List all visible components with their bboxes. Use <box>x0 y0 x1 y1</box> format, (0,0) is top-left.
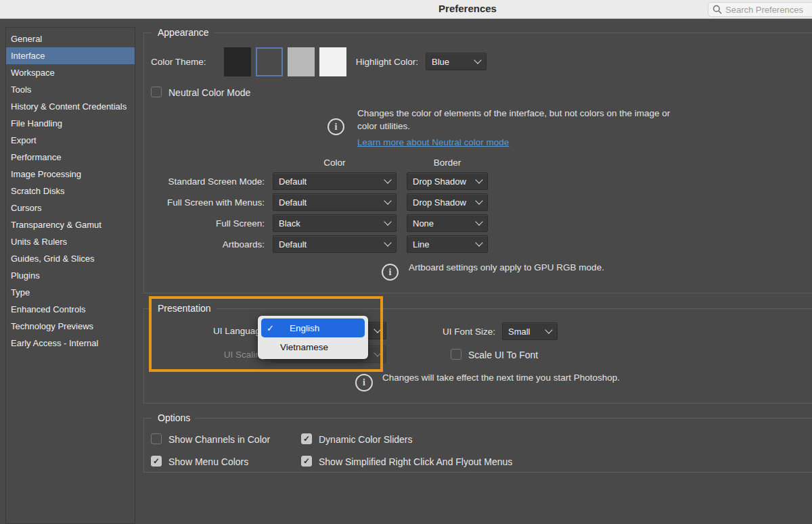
chevron-down-icon <box>384 239 391 246</box>
page-title: Preferences <box>380 3 556 14</box>
chevron-down-icon <box>475 197 482 204</box>
sidebar-item-interface[interactable]: Interface <box>6 47 135 64</box>
options-legend: Options <box>152 412 196 423</box>
artboards-color-select[interactable]: Default <box>273 235 397 253</box>
chevron-down-icon <box>384 176 391 183</box>
scale-ui-to-font-checkbox[interactable]: ✓ <box>451 349 461 360</box>
select-value: Default <box>279 176 307 187</box>
sidebar-item-plugins[interactable]: Plugins <box>6 267 135 284</box>
standard-screen-mode-border-select[interactable]: Drop Shadow <box>407 172 488 190</box>
sidebar-item-general[interactable]: General <box>6 30 135 47</box>
search-icon <box>713 5 722 14</box>
sidebar-item-guides-grid-slices[interactable]: Guides, Grid & Slices <box>6 250 135 267</box>
highlight-color-select[interactable]: Blue <box>426 53 487 70</box>
chevron-down-icon <box>474 56 481 64</box>
titlebar: Preferences Search Preferences <box>0 0 812 19</box>
sidebar-item-cursors[interactable]: Cursors <box>6 199 135 216</box>
menu-item-label: Vietnamese <box>280 342 328 352</box>
sidebar-item-type[interactable]: Type <box>6 284 135 301</box>
presentation-legend: Presentation <box>152 303 217 314</box>
theme-swatch-light[interactable] <box>288 47 315 76</box>
interface-color-info: Changes the color of elements of the int… <box>357 107 687 133</box>
show-simplified-right-click-checkbox[interactable]: ✓ <box>301 456 312 467</box>
full-screen-with-menus-label: Full Screen with Menus: <box>144 197 265 208</box>
show-channels-in-color-label: Show Channels in Color <box>168 434 270 445</box>
neutral-color-mode-checkbox[interactable]: ✓ <box>151 87 162 97</box>
neutral-color-mode-link[interactable]: Learn more about Neutral color mode <box>357 137 509 147</box>
full-screen-border-select[interactable]: None <box>407 214 488 232</box>
chevron-down-icon <box>475 176 482 183</box>
sidebar-item-file-handling[interactable]: File Handling <box>6 115 135 132</box>
menu-item-vietnamese[interactable]: Vietnamese <box>258 337 368 356</box>
dynamic-color-sliders-label: Dynamic Color Sliders <box>319 434 412 445</box>
options-section: Options ✓ Show Channels in Color ✓ Dynam… <box>143 418 812 473</box>
ui-language-popup-menu: ✓ English Vietnamese <box>258 316 368 359</box>
highlight-color-label: Highlight Color: <box>344 57 418 67</box>
info-icon: i <box>382 264 399 281</box>
chevron-down-icon <box>384 197 391 204</box>
chevron-down-icon <box>545 326 552 333</box>
menu-item-label: English <box>290 323 319 333</box>
scale-ui-to-font-label: Scale UI To Font <box>468 350 538 360</box>
dynamic-color-sliders-checkbox[interactable]: ✓ <box>301 433 312 444</box>
restart-info: Changes will take effect the next time y… <box>382 371 620 384</box>
select-value: Small <box>508 327 531 337</box>
sidebar-item-enhanced-controls[interactable]: Enhanced Controls <box>6 301 135 318</box>
theme-swatch-lightest[interactable] <box>319 47 346 76</box>
show-menu-colors-label: Show Menu Colors <box>168 456 248 467</box>
sidebar-item-tools[interactable]: Tools <box>6 81 135 98</box>
sidebar-item-image-processing[interactable]: Image Processing <box>6 166 135 183</box>
standard-screen-mode-label: Standard Screen Mode: <box>144 176 265 187</box>
sidebar-item-units-rulers[interactable]: Units & Rulers <box>6 233 135 250</box>
neutral-color-mode-label: Neutral Color Mode <box>168 87 250 98</box>
chevron-down-icon <box>384 218 391 225</box>
info-icon: i <box>328 118 344 135</box>
sidebar-item-workspace[interactable]: Workspace <box>6 64 135 81</box>
select-value: Drop Shadow <box>413 176 466 187</box>
select-value: Drop Shadow <box>413 197 466 208</box>
sidebar-item-history-content-credentials[interactable]: History & Content Credentials <box>6 98 135 115</box>
theme-swatch-darkest[interactable] <box>224 47 251 76</box>
select-value: Black <box>279 218 300 229</box>
highlight-color-value: Blue <box>432 57 449 67</box>
info-icon: i <box>355 374 373 391</box>
artboard-info: Artboard settings only apply to GPU RGB … <box>409 261 604 274</box>
checkmark-icon: ✓ <box>267 323 274 333</box>
preferences-category-list: General Interface Workspace Tools Histor… <box>5 27 135 524</box>
chevron-down-icon <box>374 325 381 333</box>
ui-font-size-label: UI Font Size: <box>415 327 495 337</box>
menu-item-english[interactable]: ✓ English <box>261 318 365 337</box>
full-screen-label: Full Screen: <box>144 218 265 229</box>
theme-swatch-dark-selected[interactable] <box>256 47 283 76</box>
color-theme-label: Color Theme: <box>151 57 206 67</box>
full-screen-with-menus-color-select[interactable]: Default <box>273 193 397 211</box>
show-channels-in-color-checkbox[interactable]: ✓ <box>151 433 162 444</box>
full-screen-color-select[interactable]: Black <box>273 214 397 232</box>
show-simplified-right-click-label: Show Simplified Right Click And Flyout M… <box>319 456 512 467</box>
sidebar-item-technology-previews[interactable]: Technology Previews <box>6 318 135 335</box>
artboards-label: Artboards: <box>144 239 265 249</box>
sidebar-item-early-access-internal[interactable]: Early Access - Internal <box>6 335 135 352</box>
presentation-section: Presentation UI Language: UI Scaling: ✓ … <box>143 308 812 404</box>
standard-screen-mode-color-select[interactable]: Default <box>273 172 397 190</box>
ui-language-label: UI Language: <box>144 326 268 336</box>
sidebar-item-performance[interactable]: Performance <box>6 149 135 166</box>
select-value: Default <box>279 197 307 208</box>
artboards-border-select[interactable]: Line <box>407 235 488 253</box>
column-header-border: Border <box>407 158 488 168</box>
appearance-section: Appearance Color Theme: Highlight Color:… <box>143 32 812 293</box>
select-value: Default <box>279 239 307 249</box>
select-value: Line <box>413 239 430 249</box>
select-value: None <box>413 218 434 229</box>
ui-font-size-select[interactable]: Small <box>502 323 558 340</box>
sidebar-item-export[interactable]: Export <box>6 132 135 149</box>
show-menu-colors-checkbox[interactable]: ✓ <box>151 456 162 467</box>
chevron-down-icon <box>475 218 482 225</box>
sidebar-item-transparency-gamut[interactable]: Transparency & Gamut <box>6 216 135 233</box>
chevron-down-icon <box>475 239 482 246</box>
appearance-legend: Appearance <box>152 27 215 38</box>
full-screen-with-menus-border-select[interactable]: Drop Shadow <box>407 193 488 211</box>
sidebar-item-scratch-disks[interactable]: Scratch Disks <box>6 183 135 199</box>
search-input[interactable]: Search Preferences <box>708 2 812 17</box>
color-theme-swatches <box>224 47 346 76</box>
